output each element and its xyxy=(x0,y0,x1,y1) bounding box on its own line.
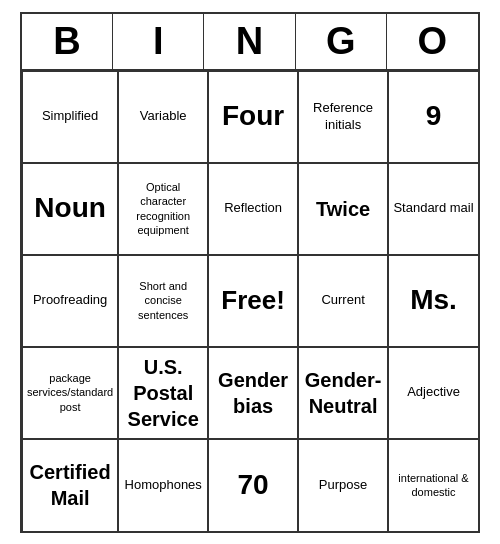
bingo-cell: Free! xyxy=(208,255,298,347)
bingo-cell: Proofreading xyxy=(22,255,118,347)
bingo-cell: Variable xyxy=(118,71,208,163)
bingo-cell: Simplified xyxy=(22,71,118,163)
bingo-card: BINGO SimplifiedVariableFourReference in… xyxy=(20,12,480,533)
bingo-cell: Standard mail xyxy=(388,163,478,255)
bingo-cell: Homophones xyxy=(118,439,208,531)
bingo-cell: Short and concise sentences xyxy=(118,255,208,347)
bingo-cell: 9 xyxy=(388,71,478,163)
bingo-cell: U.S. Postal Service xyxy=(118,347,208,439)
bingo-cell: Certified Mail xyxy=(22,439,118,531)
header-letter: B xyxy=(22,14,113,69)
bingo-header: BINGO xyxy=(22,14,478,71)
bingo-cell: package services/standard post xyxy=(22,347,118,439)
bingo-cell: Adjective xyxy=(388,347,478,439)
header-letter: O xyxy=(387,14,478,69)
bingo-grid: SimplifiedVariableFourReference initials… xyxy=(22,71,478,531)
header-letter: N xyxy=(204,14,295,69)
header-letter: I xyxy=(113,14,204,69)
bingo-cell: Reflection xyxy=(208,163,298,255)
bingo-cell: Noun xyxy=(22,163,118,255)
bingo-cell: Ms. xyxy=(388,255,478,347)
bingo-cell: international & domestic xyxy=(388,439,478,531)
bingo-cell: Current xyxy=(298,255,388,347)
bingo-cell: Optical character recognition equipment xyxy=(118,163,208,255)
bingo-cell: Twice xyxy=(298,163,388,255)
bingo-cell: Four xyxy=(208,71,298,163)
bingo-cell: Purpose xyxy=(298,439,388,531)
bingo-cell: Gender-Neutral xyxy=(298,347,388,439)
bingo-cell: Reference initials xyxy=(298,71,388,163)
bingo-cell: 70 xyxy=(208,439,298,531)
header-letter: G xyxy=(296,14,387,69)
bingo-cell: Gender bias xyxy=(208,347,298,439)
